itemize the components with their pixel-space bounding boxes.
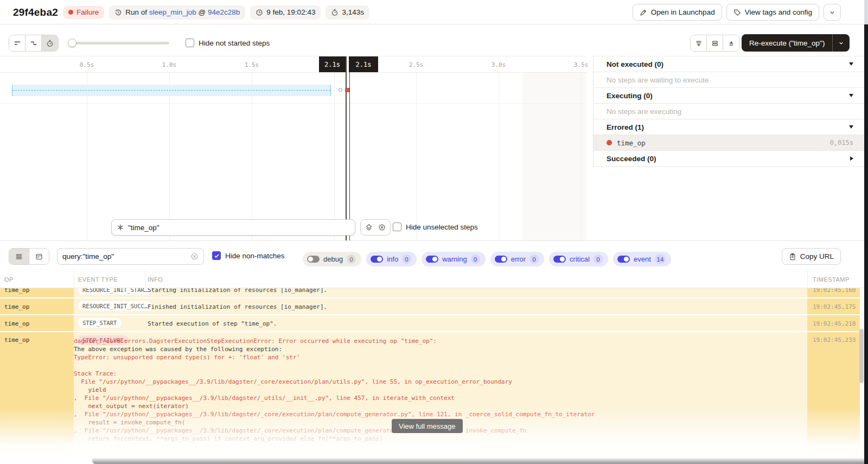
section-errored[interactable]: Errored (1) [593, 119, 864, 135]
gantt-flat-view-button[interactable] [9, 35, 25, 51]
pencil-icon [640, 9, 647, 16]
window-edge [864, 24, 868, 464]
bottom-scroll-shadow [92, 457, 864, 464]
hide-unselected-checkbox[interactable] [393, 223, 401, 231]
filter-count: 14 [655, 255, 666, 264]
axis-tick: 3.0s [492, 61, 506, 68]
log-timestamp: 19:02:45,175 [813, 303, 856, 310]
log-row[interactable]: time_op STEP_START Started execution of … [0, 315, 864, 331]
failure-dot-icon [68, 10, 73, 15]
log-query-input[interactable] [62, 252, 187, 260]
log-timestamp: 19:02:45,218 [813, 320, 856, 327]
filter-warning[interactable]: warning 0 [422, 252, 486, 266]
axis-tick: 2.5s [409, 61, 424, 68]
reexecute-split-button: Re-execute ("time_op") [742, 34, 850, 52]
col-timestamp: TIMESTAMP [813, 276, 850, 283]
filter-critical[interactable]: critical 0 [549, 252, 608, 266]
header-more-button[interactable] [824, 4, 841, 21]
axis-tick: 1.0s [162, 61, 177, 68]
error-dot-icon [607, 140, 612, 145]
hide-non-matches-checkbox[interactable] [212, 251, 221, 260]
caret-down-icon [849, 62, 853, 66]
stopwatch-icon [331, 9, 339, 16]
log-row[interactable]: time_op RESOURCE_INIT_SUCC… Finished ini… [0, 298, 864, 314]
open-launchpad-button[interactable]: Open in Launchpad [633, 4, 722, 21]
axis-tick: 3.5s [574, 61, 589, 68]
collapse-down-button[interactable] [691, 35, 707, 51]
op-selector-icon [117, 224, 124, 231]
log-info: Finished initialization of resources [io… [148, 303, 327, 310]
event-type-badge[interactable]: RESOURCE_INIT_SUCC… [78, 301, 152, 311]
job-link[interactable]: sleep_min_job [149, 8, 196, 16]
event-type-badge[interactable]: STEP_START [78, 318, 121, 328]
commit-link[interactable]: 94e2c28b [208, 8, 240, 16]
gantt-timed-view-button[interactable] [42, 35, 58, 51]
step-selection-bar[interactable] [12, 85, 331, 96]
check-icon [214, 253, 220, 259]
view-full-message-button[interactable]: View full message [392, 419, 463, 433]
errored-step-row[interactable]: time_op 0,015s [593, 135, 864, 151]
expand-up-button[interactable] [723, 35, 739, 51]
log-row[interactable]: time_op RESOURCE_INIT_STAR… Starting ini… [0, 288, 864, 297]
log-structured-view-button[interactable] [29, 249, 49, 264]
datetime-pill: 9 feb, 19:02:43 [250, 5, 321, 20]
stopwatch-icon [46, 40, 54, 47]
chevron-down-icon [838, 40, 844, 46]
selection-actions-group [360, 219, 391, 236]
log-table-header: OP EVENT TYPE INFO TIMESTAMP [0, 270, 864, 288]
split-view-button[interactable] [707, 35, 723, 51]
clock-icon [256, 9, 263, 16]
clear-query-icon[interactable] [190, 252, 199, 260]
cursor-line [346, 56, 347, 240]
section-not-executed[interactable]: Not executed (0) [593, 56, 864, 72]
log-timestamp: 19:02:45,233 [813, 336, 856, 344]
layers-icon [365, 224, 373, 231]
hide-unselected-label: Hide unselected steps [406, 223, 478, 231]
reexecute-caret-button[interactable] [832, 34, 850, 52]
step-duration: 0,015s [830, 139, 853, 147]
section-executing[interactable]: Executing (0) [593, 88, 864, 104]
view-tags-button[interactable]: View tags and config [726, 4, 819, 21]
status-badge: Failure [63, 6, 104, 19]
filter-event[interactable]: event 14 [613, 252, 671, 266]
history-icon [114, 9, 122, 16]
log-view-mode-group [9, 248, 49, 265]
filter-info[interactable]: info 0 [366, 252, 417, 266]
section-empty-row: No steps are executing [593, 104, 864, 119]
gantt-view-mode-group [9, 35, 59, 52]
filter-error[interactable]: error 0 [490, 252, 544, 266]
log-list-view-button[interactable] [9, 249, 29, 264]
timeline-axis: 0.5s 1.0s 1.5s 2.5s 3.0s 3.5s [0, 56, 586, 73]
copy-url-button[interactable]: Copy URL [782, 248, 841, 265]
step-name: time_op [617, 139, 646, 147]
cursor-time-tooltip: 2.1s [319, 56, 346, 72]
flat-layout-icon [14, 40, 21, 47]
collapse-down-icon [695, 40, 703, 47]
tag-icon [733, 9, 741, 16]
filter-count: 0 [347, 255, 356, 264]
step-start-marker [339, 88, 342, 92]
axis-tick: 0.5s [80, 61, 94, 68]
log-query-field [57, 248, 204, 265]
toggle-on-icon [495, 256, 507, 263]
section-succeeded[interactable]: Succeeded (0) [593, 151, 864, 167]
filter-debug[interactable]: debug 0 [303, 252, 361, 266]
log-level-filters: debug 0 info 0 warning 0 error 0 critica… [303, 252, 671, 266]
slider-handle[interactable] [68, 39, 76, 47]
toggle-on-icon [617, 256, 630, 263]
gantt-panel-controls-group [690, 35, 740, 52]
cursor-time-tooltip: 2.1s [349, 56, 378, 72]
clear-selection-button[interactable] [376, 221, 388, 234]
gantt-zoom-slider[interactable] [69, 42, 169, 45]
hide-not-started-checkbox[interactable] [186, 39, 194, 47]
event-type-badge[interactable]: RESOURCE_INIT_STAR… [78, 288, 152, 295]
step-selector-input[interactable] [128, 224, 350, 232]
log-scrollbar-thumb[interactable] [859, 329, 864, 383]
col-op: OP [4, 276, 14, 283]
duration-pill: 3,143s [326, 5, 369, 20]
clipboard-icon [789, 253, 796, 260]
zoom-to-selection-button[interactable] [363, 221, 375, 234]
axis-tick: 1.5s [245, 61, 259, 68]
gantt-waterfall-view-button[interactable] [25, 35, 42, 51]
reexecute-button[interactable]: Re-execute ("time_op") [742, 34, 832, 52]
